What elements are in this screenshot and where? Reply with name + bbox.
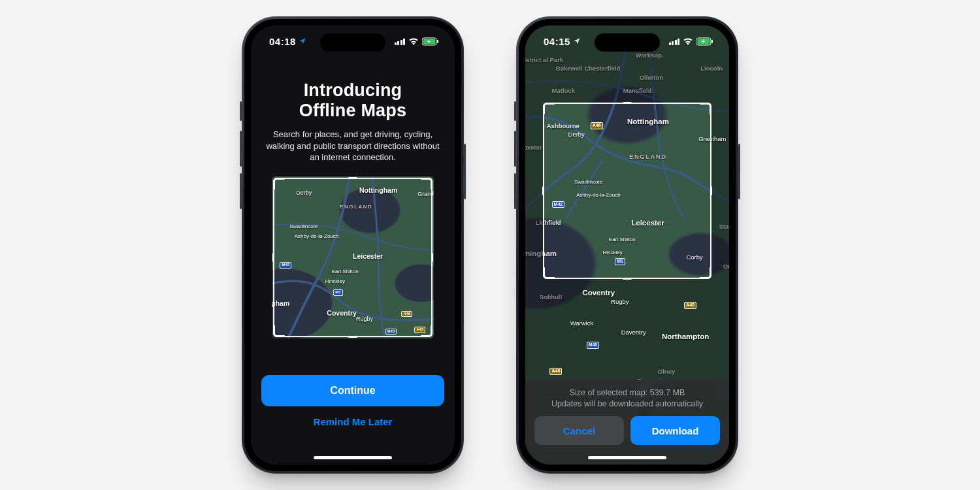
city-label: Warwick [570, 319, 594, 327]
city-label: Solihull [540, 293, 562, 301]
svg-rect-5 [711, 40, 713, 43]
road-shield: M1 [615, 258, 625, 265]
city-label: Olney [658, 368, 675, 375]
side-button [738, 144, 740, 199]
wifi-icon [408, 37, 419, 45]
region-label: ENGLAND [629, 153, 666, 160]
road-shield: A43 [684, 302, 696, 309]
city-label: Ollerton [640, 74, 663, 81]
cellular-signal-icon [669, 38, 680, 45]
road-shield: A46 [591, 122, 603, 129]
city-label: Ashby-de-la-Zouch [576, 192, 621, 198]
road-shield: A45 [414, 327, 425, 333]
volume-down-button [240, 173, 242, 209]
home-indicator[interactable] [314, 456, 392, 459]
city-label: mingham [525, 250, 557, 257]
status-time: 04:18 [269, 36, 296, 47]
dynamic-island [595, 33, 660, 52]
volume-up-button [514, 131, 516, 167]
intro-subtitle: Search for places, and get driving, cycl… [251, 129, 455, 163]
iphone-right: 04:15 [516, 16, 738, 474]
city-label: oxeter [525, 144, 542, 151]
auto-update-label: Updates will be downloaded automatically [534, 399, 720, 410]
location-arrow-icon [299, 37, 306, 45]
city-label: Lichfield [536, 219, 561, 226]
city-label: Leicester [353, 252, 383, 260]
city-label: Stam [719, 223, 729, 230]
battery-charging-icon [422, 37, 439, 46]
city-label: Ashbourne [547, 122, 580, 129]
download-button[interactable]: Download [630, 416, 720, 445]
map-preview-thumbnail: ENGLAND NottinghamGranthamDerbySwadlinco… [272, 176, 434, 338]
road-shield: M42 [280, 262, 291, 269]
wifi-icon [683, 37, 693, 45]
cancel-button[interactable]: Cancel [534, 416, 624, 445]
city-label: Nottingham [627, 118, 669, 125]
road-shield: M40 [587, 342, 600, 349]
continue-button[interactable]: Continue [261, 375, 444, 406]
home-indicator[interactable] [588, 456, 666, 459]
cellular-signal-icon [395, 38, 406, 45]
city-label: Northampton [662, 333, 709, 340]
city-label: Rugby [356, 316, 373, 322]
city-label: Coventry [582, 289, 615, 297]
city-label: Oun [723, 263, 729, 270]
city-label: Bakewell [556, 65, 583, 72]
iphone-left: 04:18 Introducing Offline M [242, 16, 464, 474]
svg-rect-2 [437, 40, 438, 43]
city-label: Swadlincote [289, 223, 318, 229]
city-label: Earl Shilton [609, 237, 636, 242]
status-time: 04:15 [544, 36, 570, 47]
city-label: Derby [568, 131, 585, 138]
city-label: Swadlincote [574, 179, 602, 185]
city-label: Hinckley [325, 278, 345, 284]
map-size-label: Size of selected map: 539.7 MB [534, 387, 720, 399]
city-label: Rugby [611, 298, 629, 305]
city-label: Grantham [417, 191, 434, 197]
city-label: Mansfield [623, 87, 652, 94]
city-label: Derby [296, 189, 312, 196]
city-label: Coventry [327, 309, 357, 317]
city-label: Lincoln [700, 65, 723, 72]
city-label: Chesterfield [584, 65, 620, 72]
road-shield: M1 [333, 289, 342, 296]
city-label: Leicester [631, 219, 664, 227]
city-label: Earl Shilton [332, 269, 359, 274]
battery-charging-icon [696, 37, 713, 46]
volume-up-button [240, 131, 242, 167]
download-sheet: Size of selected map: 539.7 MB Updates w… [525, 380, 729, 465]
city-label: Grantham [698, 135, 726, 142]
city-label: Corby [686, 253, 702, 261]
volume-down-button [514, 173, 516, 209]
partial-city-left: ngham [272, 299, 289, 307]
mute-switch [240, 101, 242, 121]
side-button [464, 144, 466, 199]
road-shield: A46 [401, 311, 412, 318]
city-label: Hinckley [603, 250, 623, 255]
road-shield: A46 [549, 368, 562, 375]
road-shield: M45 [385, 329, 397, 335]
intro-title: Introducing Offline Maps [299, 80, 406, 121]
region-label: ENGLAND [340, 204, 372, 210]
city-label: Ashby-de-la-Zouch [295, 233, 339, 239]
remind-later-button[interactable]: Remind Me Later [261, 416, 444, 428]
city-label: Nottingham [359, 186, 397, 194]
city-label: Daventry [621, 329, 646, 336]
dynamic-island [320, 33, 385, 52]
city-label: Matlock [552, 87, 575, 94]
city-label: istrict al Park [525, 56, 563, 63]
location-arrow-icon [573, 37, 581, 45]
mute-switch [514, 101, 516, 121]
road-shield: M42 [552, 201, 565, 208]
